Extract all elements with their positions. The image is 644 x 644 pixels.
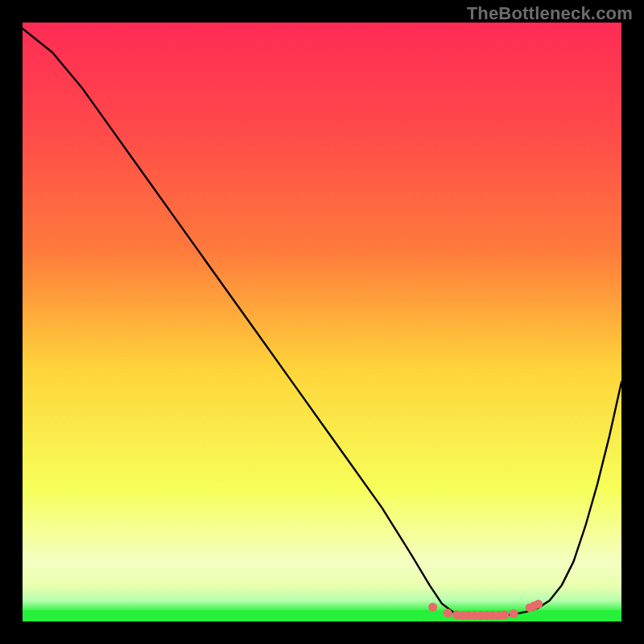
- optimal-band: [23, 610, 621, 621]
- chart-frame: TheBottleneck.com: [0, 0, 644, 644]
- optimal-dot: [444, 609, 452, 617]
- chart-svg: [23, 23, 621, 621]
- optimal-dot: [428, 603, 437, 612]
- optimal-dot: [510, 609, 518, 618]
- heat-background: [23, 23, 621, 621]
- bottleneck-chart: [23, 23, 621, 621]
- optimal-dot: [534, 600, 543, 609]
- watermark-text: TheBottleneck.com: [467, 3, 633, 24]
- optimal-dot: [500, 610, 509, 619]
